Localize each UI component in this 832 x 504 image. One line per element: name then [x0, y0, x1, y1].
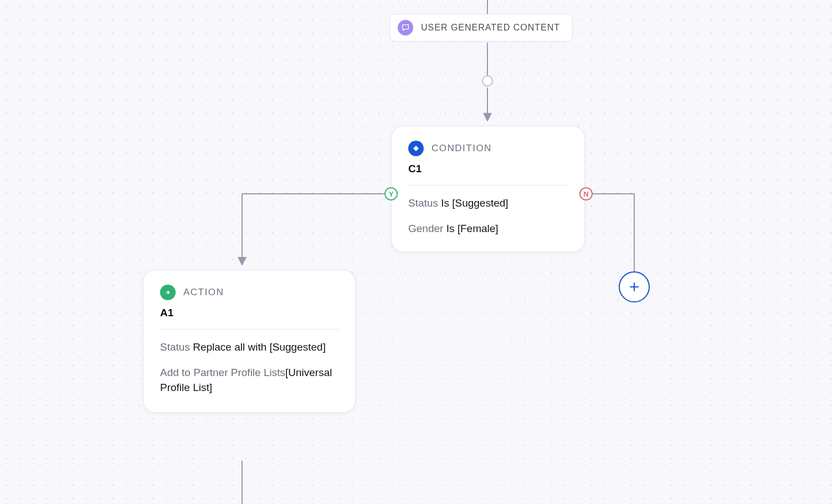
action-type-label: ACTION	[183, 287, 224, 298]
action-id: A1	[160, 307, 338, 319]
plus-icon	[628, 280, 641, 294]
no-badge: N	[579, 187, 593, 200]
diamond-icon	[408, 141, 424, 156]
divider	[160, 329, 338, 330]
condition-type-label: CONDITION	[432, 143, 492, 154]
add-node-button[interactable]	[619, 271, 650, 302]
condition-header: CONDITION	[408, 141, 568, 156]
condition-rule: Status Is [Suggested]	[408, 196, 568, 211]
action-rule: Add to Partner Profile Lists[Universal P…	[160, 365, 338, 395]
start-circle	[482, 75, 493, 86]
condition-rule: Gender Is [Female]	[408, 221, 568, 236]
divider	[408, 185, 568, 186]
trigger-node[interactable]: USER GENERATED CONTENT	[389, 14, 573, 42]
svg-rect-4	[413, 146, 419, 151]
action-rule: Status Replace all with [Suggested]	[160, 340, 338, 355]
condition-node[interactable]: CONDITION C1 Status Is [Suggested] Gende…	[391, 126, 585, 252]
condition-id: C1	[408, 163, 568, 175]
trigger-label: USER GENERATED CONTENT	[421, 23, 560, 33]
action-node[interactable]: ACTION A1 Status Replace all with [Sugge…	[143, 270, 356, 413]
arrow-right-icon	[160, 285, 176, 300]
message-icon	[398, 20, 413, 35]
yes-badge: Y	[384, 187, 398, 200]
action-header: ACTION	[160, 285, 338, 300]
